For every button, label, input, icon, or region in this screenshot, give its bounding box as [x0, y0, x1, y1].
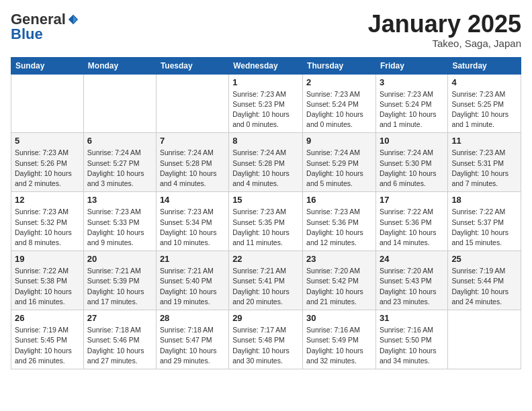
weekday-header-monday: Monday: [83, 57, 156, 74]
calendar-cell: 20Sunrise: 7:21 AM Sunset: 5:39 PM Dayli…: [83, 251, 156, 310]
day-number: 13: [87, 195, 152, 205]
calendar-week-row: 12Sunrise: 7:23 AM Sunset: 5:32 PM Dayli…: [11, 192, 521, 251]
day-info: Sunrise: 7:16 AM Sunset: 5:49 PM Dayligh…: [306, 325, 372, 366]
weekday-header-thursday: Thursday: [303, 57, 376, 74]
calendar-cell: [11, 74, 84, 133]
day-info: Sunrise: 7:24 AM Sunset: 5:30 PM Dayligh…: [380, 148, 444, 189]
calendar-cell: 1Sunrise: 7:23 AM Sunset: 5:23 PM Daylig…: [229, 74, 303, 133]
day-info: Sunrise: 7:24 AM Sunset: 5:27 PM Dayligh…: [87, 148, 152, 189]
calendar-table: SundayMondayTuesdayWednesdayThursdayFrid…: [11, 57, 521, 369]
day-number: 24: [380, 254, 444, 264]
calendar-cell: 29Sunrise: 7:17 AM Sunset: 5:48 PM Dayli…: [229, 310, 303, 369]
weekday-header-wednesday: Wednesday: [229, 57, 303, 74]
day-info: Sunrise: 7:16 AM Sunset: 5:50 PM Dayligh…: [380, 325, 444, 366]
calendar-cell: 11Sunrise: 7:23 AM Sunset: 5:31 PM Dayli…: [448, 133, 521, 192]
weekday-header-tuesday: Tuesday: [156, 57, 228, 74]
day-info: Sunrise: 7:18 AM Sunset: 5:46 PM Dayligh…: [87, 325, 152, 366]
day-info: Sunrise: 7:23 AM Sunset: 5:34 PM Dayligh…: [160, 207, 225, 248]
day-number: 4: [451, 77, 517, 87]
calendar-cell: 3Sunrise: 7:23 AM Sunset: 5:24 PM Daylig…: [375, 74, 447, 133]
day-number: 17: [380, 195, 444, 205]
page-header: General Blue January 2025 Takeo, Saga, J…: [11, 11, 521, 49]
day-number: 27: [87, 313, 152, 323]
calendar-cell: 28Sunrise: 7:18 AM Sunset: 5:47 PM Dayli…: [156, 310, 228, 369]
day-number: 29: [232, 313, 299, 323]
day-info: Sunrise: 7:23 AM Sunset: 5:35 PM Dayligh…: [232, 207, 299, 248]
calendar-cell: 9Sunrise: 7:24 AM Sunset: 5:29 PM Daylig…: [303, 133, 376, 192]
day-number: 15: [232, 195, 299, 205]
day-number: 5: [15, 136, 80, 146]
logo-blue-text: Blue: [11, 26, 43, 43]
calendar-cell: 24Sunrise: 7:20 AM Sunset: 5:43 PM Dayli…: [375, 251, 447, 310]
calendar-subtitle: Takeo, Saga, Japan: [368, 38, 521, 49]
day-number: 28: [160, 313, 225, 323]
day-info: Sunrise: 7:23 AM Sunset: 5:26 PM Dayligh…: [15, 148, 80, 189]
calendar-cell: 4Sunrise: 7:23 AM Sunset: 5:25 PM Daylig…: [448, 74, 521, 133]
day-info: Sunrise: 7:22 AM Sunset: 5:37 PM Dayligh…: [451, 207, 517, 248]
day-number: 14: [160, 195, 225, 205]
day-number: 16: [306, 195, 372, 205]
calendar-cell: 15Sunrise: 7:23 AM Sunset: 5:35 PM Dayli…: [229, 192, 303, 251]
day-number: 6: [87, 136, 152, 146]
day-info: Sunrise: 7:20 AM Sunset: 5:43 PM Dayligh…: [380, 266, 444, 307]
calendar-cell: 26Sunrise: 7:19 AM Sunset: 5:45 PM Dayli…: [11, 310, 84, 369]
calendar-cell: 16Sunrise: 7:23 AM Sunset: 5:36 PM Dayli…: [303, 192, 376, 251]
logo: General Blue: [11, 11, 79, 43]
day-info: Sunrise: 7:23 AM Sunset: 5:23 PM Dayligh…: [232, 89, 299, 130]
day-info: Sunrise: 7:22 AM Sunset: 5:38 PM Dayligh…: [15, 266, 80, 307]
day-info: Sunrise: 7:21 AM Sunset: 5:41 PM Dayligh…: [232, 266, 299, 307]
day-info: Sunrise: 7:24 AM Sunset: 5:28 PM Dayligh…: [160, 148, 225, 189]
day-number: 25: [451, 254, 517, 264]
calendar-cell: 13Sunrise: 7:23 AM Sunset: 5:33 PM Dayli…: [83, 192, 156, 251]
day-info: Sunrise: 7:23 AM Sunset: 5:36 PM Dayligh…: [306, 207, 372, 248]
day-number: 7: [160, 136, 225, 146]
day-number: 18: [451, 195, 517, 205]
calendar-cell: 21Sunrise: 7:21 AM Sunset: 5:40 PM Dayli…: [156, 251, 228, 310]
day-number: 3: [380, 77, 444, 87]
day-number: 21: [160, 254, 225, 264]
calendar-title: January 2025: [368, 11, 521, 38]
weekday-header-saturday: Saturday: [448, 57, 521, 74]
day-info: Sunrise: 7:23 AM Sunset: 5:32 PM Dayligh…: [15, 207, 80, 248]
day-number: 10: [380, 136, 444, 146]
calendar-week-row: 5Sunrise: 7:23 AM Sunset: 5:26 PM Daylig…: [11, 133, 521, 192]
day-info: Sunrise: 7:19 AM Sunset: 5:44 PM Dayligh…: [451, 266, 517, 307]
day-info: Sunrise: 7:23 AM Sunset: 5:31 PM Dayligh…: [451, 148, 517, 189]
calendar-cell: 8Sunrise: 7:24 AM Sunset: 5:28 PM Daylig…: [229, 133, 303, 192]
day-number: 22: [232, 254, 299, 264]
calendar-cell: 17Sunrise: 7:22 AM Sunset: 5:36 PM Dayli…: [375, 192, 447, 251]
day-info: Sunrise: 7:21 AM Sunset: 5:39 PM Dayligh…: [87, 266, 152, 307]
day-info: Sunrise: 7:23 AM Sunset: 5:33 PM Dayligh…: [87, 207, 152, 248]
weekday-header-friday: Friday: [375, 57, 447, 74]
day-number: 9: [306, 136, 372, 146]
day-number: 20: [87, 254, 152, 264]
calendar-cell: 27Sunrise: 7:18 AM Sunset: 5:46 PM Dayli…: [83, 310, 156, 369]
calendar-week-row: 26Sunrise: 7:19 AM Sunset: 5:45 PM Dayli…: [11, 310, 521, 369]
calendar-cell: 12Sunrise: 7:23 AM Sunset: 5:32 PM Dayli…: [11, 192, 84, 251]
calendar-cell: 30Sunrise: 7:16 AM Sunset: 5:49 PM Dayli…: [303, 310, 376, 369]
day-number: 12: [15, 195, 80, 205]
day-number: 23: [306, 254, 372, 264]
day-info: Sunrise: 7:23 AM Sunset: 5:24 PM Dayligh…: [380, 89, 444, 130]
calendar-cell: 22Sunrise: 7:21 AM Sunset: 5:41 PM Dayli…: [229, 251, 303, 310]
calendar-cell: 19Sunrise: 7:22 AM Sunset: 5:38 PM Dayli…: [11, 251, 84, 310]
logo-icon: [67, 13, 79, 26]
calendar-cell: [448, 310, 521, 369]
day-info: Sunrise: 7:18 AM Sunset: 5:47 PM Dayligh…: [160, 325, 225, 366]
calendar-cell: 14Sunrise: 7:23 AM Sunset: 5:34 PM Dayli…: [156, 192, 228, 251]
day-info: Sunrise: 7:19 AM Sunset: 5:45 PM Dayligh…: [15, 325, 80, 366]
day-info: Sunrise: 7:17 AM Sunset: 5:48 PM Dayligh…: [232, 325, 299, 366]
day-number: 1: [232, 77, 299, 87]
calendar-cell: 10Sunrise: 7:24 AM Sunset: 5:30 PM Dayli…: [375, 133, 447, 192]
day-info: Sunrise: 7:23 AM Sunset: 5:24 PM Dayligh…: [306, 89, 372, 130]
title-block: January 2025 Takeo, Saga, Japan: [368, 11, 521, 49]
day-info: Sunrise: 7:20 AM Sunset: 5:42 PM Dayligh…: [306, 266, 372, 307]
day-number: 19: [15, 254, 80, 264]
day-info: Sunrise: 7:23 AM Sunset: 5:25 PM Dayligh…: [451, 89, 517, 130]
calendar-cell: 25Sunrise: 7:19 AM Sunset: 5:44 PM Dayli…: [448, 251, 521, 310]
day-number: 31: [380, 313, 444, 323]
day-number: 26: [15, 313, 80, 323]
day-number: 2: [306, 77, 372, 87]
calendar-cell: 2Sunrise: 7:23 AM Sunset: 5:24 PM Daylig…: [303, 74, 376, 133]
calendar-cell: 7Sunrise: 7:24 AM Sunset: 5:28 PM Daylig…: [156, 133, 228, 192]
